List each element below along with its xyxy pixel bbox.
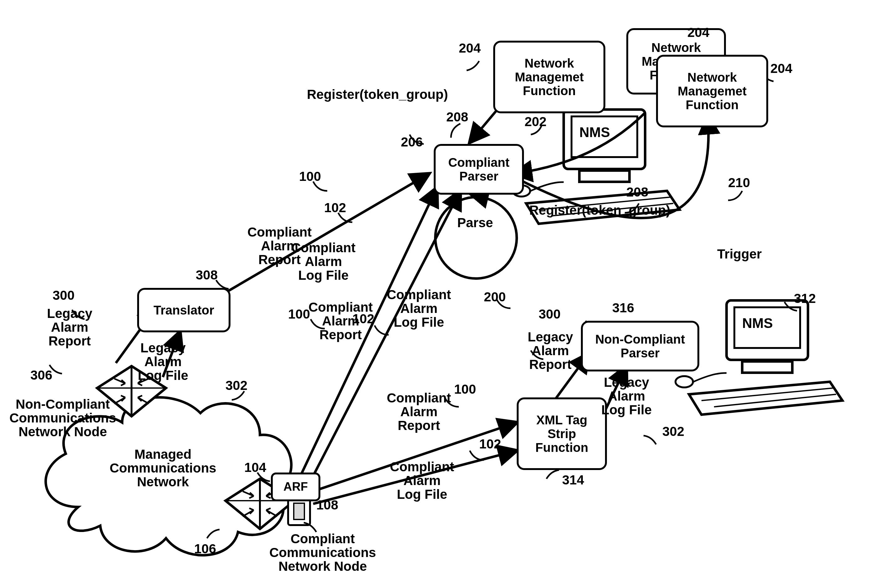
- svg-point-18: [676, 376, 693, 387]
- svg-rect-4: [288, 498, 310, 525]
- noncompliant-node-label: Non-Compliant Communications Network Nod…: [9, 398, 116, 439]
- compliant-alarm-report3: Compliant Alarm Report: [387, 391, 451, 432]
- ref-316: 316: [612, 300, 634, 315]
- nmf-box-1: Network Managemet Function: [493, 40, 606, 113]
- ref-206: 206: [401, 135, 423, 150]
- parse-label: Parse: [457, 216, 493, 230]
- nmf-box-2: Network Managemet Function: [656, 55, 768, 128]
- ref-308: 308: [196, 267, 218, 283]
- nms1-screen-text: NMS: [579, 125, 610, 140]
- ref-200: 200: [484, 290, 506, 304]
- svg-line-16: [702, 388, 833, 400]
- legacy-alarm-log1: Legacy Alarm Log File: [138, 341, 188, 382]
- compliant-parser-label: Compliant Parser: [441, 156, 517, 183]
- compliant-node-label: Compliant Communications Network Node: [269, 532, 376, 573]
- compliant-alarm-log3: Compliant Alarm Log File: [390, 460, 454, 501]
- xml-strip-box: XML Tag Strip Function: [517, 398, 607, 470]
- managed-network-label: Managed Communications Network: [110, 447, 216, 489]
- ref-204b: 204: [687, 25, 709, 40]
- ref-102b: 102: [352, 311, 374, 326]
- ref-210: 210: [728, 175, 750, 190]
- svg-rect-15: [742, 362, 792, 373]
- svg-point-19: [435, 197, 517, 279]
- ref-306: 306: [30, 368, 52, 383]
- ref-108: 108: [316, 498, 338, 513]
- ref-208a: 208: [446, 110, 468, 124]
- ref-100a: 100: [299, 169, 321, 184]
- legacy-alarm-report2: Legacy Alarm Report: [528, 330, 573, 372]
- ref-204c: 204: [770, 61, 792, 76]
- svg-rect-9: [579, 171, 630, 182]
- translator-box: Translator: [137, 288, 230, 332]
- ref-106: 106: [194, 542, 216, 556]
- ref-104: 104: [244, 460, 266, 475]
- nms2-screen-text: NMS: [742, 316, 773, 330]
- xml-strip-label: XML Tag Strip Function: [524, 413, 600, 454]
- ref-302a: 302: [225, 378, 247, 393]
- ref-100b: 100: [288, 307, 310, 322]
- compliant-alarm-log1: Compliant Alarm Log File: [291, 241, 355, 282]
- translator-label: Translator: [153, 303, 214, 317]
- ref-312: 312: [794, 291, 816, 306]
- register2-label: Register(token_group): [529, 203, 670, 217]
- ref-102a: 102: [324, 200, 346, 215]
- ref-100c: 100: [454, 382, 476, 397]
- ref-314: 314: [562, 472, 584, 488]
- alarm-log-storage-icon: [288, 498, 310, 525]
- legacy-alarm-log2: Legacy Alarm Log File: [601, 375, 652, 417]
- noncompliant-parser-box: Non-Compliant Parser: [581, 321, 699, 372]
- ref-302b: 302: [662, 424, 684, 439]
- ref-202: 202: [524, 114, 547, 129]
- ref-204a: 204: [459, 40, 481, 56]
- register1-label: Register(token_group): [307, 88, 448, 101]
- arf-label: ARF: [283, 480, 308, 494]
- nmf1-label: Network Managemet Function: [501, 56, 598, 98]
- svg-rect-6: [294, 503, 304, 519]
- svg-rect-5: [294, 503, 304, 519]
- ref-300b: 300: [539, 307, 560, 322]
- arf-box: ARF: [271, 472, 320, 501]
- ref-102c: 102: [479, 436, 501, 452]
- nmf2-label: Network Managemet Function: [664, 70, 761, 112]
- ref-208b: 208: [626, 184, 648, 200]
- legacy-alarm-report1: Legacy Alarm Report: [47, 307, 92, 348]
- ref-300a: 300: [53, 288, 75, 303]
- noncompliant-parser-label: Non-Compliant Parser: [588, 332, 692, 360]
- trigger-label: Trigger: [717, 247, 762, 261]
- svg-line-17: [714, 394, 836, 407]
- compliant-parser-box: Compliant Parser: [434, 144, 524, 195]
- compliant-alarm-log2: Compliant Alarm Log File: [387, 288, 451, 329]
